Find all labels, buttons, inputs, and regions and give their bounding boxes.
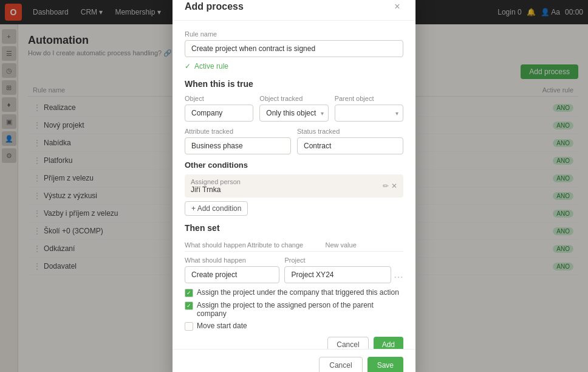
status-tracked-input[interactable]	[297, 137, 403, 154]
checkbox-row-1: ✓ Assign the project under the company t…	[185, 288, 403, 297]
what-field-label: What should happen	[185, 257, 279, 264]
object-row: Object Object tracked Only this object P…	[185, 95, 403, 122]
active-check-icon: ✓	[185, 62, 191, 71]
checkbox-label-1: Assign the project under the company tha…	[197, 288, 399, 297]
what-col: What should happen	[185, 257, 279, 283]
condition-label: Assigned person	[191, 178, 241, 185]
other-conditions-title: Other conditions	[185, 160, 403, 170]
edit-condition-icon[interactable]: ✏	[383, 182, 389, 190]
check-mark-2: ✓	[186, 303, 191, 309]
object-col: Object	[185, 95, 253, 122]
attribute-tracked-label: Attribute tracked	[185, 128, 291, 135]
object-label: Object	[185, 95, 253, 102]
when-section-title: When this is true	[185, 79, 403, 89]
checkbox-label-2: Assign the project to the assigned perso…	[197, 301, 403, 318]
col-val-label: New value	[325, 241, 403, 249]
active-rule-row: ✓ Active rule	[185, 62, 403, 71]
parent-object-wrapper	[335, 105, 403, 122]
cancel-footer-button[interactable]: Cancel	[319, 357, 362, 372]
active-rule-label: Active rule	[194, 62, 228, 71]
checkbox-3[interactable]	[185, 322, 193, 331]
add-condition-button[interactable]: + Add condition	[185, 201, 248, 216]
object-input[interactable]	[185, 105, 253, 122]
then-set-row: What should happen Project …	[185, 257, 403, 283]
checkbox-row-3: Move start date	[185, 322, 403, 331]
condition-actions: ✏ ✕	[383, 182, 397, 190]
then-set-header: What should happen Attribute to change N…	[185, 239, 403, 252]
modal-header: Add process ×	[173, 0, 415, 21]
then-set-title: Then set	[185, 223, 403, 233]
col-attr-label: Attribute to change	[247, 241, 326, 249]
object-tracked-label: Object tracked	[259, 95, 328, 102]
project-more-icon[interactable]: …	[394, 269, 403, 280]
object-tracked-select[interactable]: Only this object	[259, 105, 328, 122]
rule-name-input[interactable]	[185, 40, 403, 57]
delete-condition-icon[interactable]: ✕	[391, 182, 397, 190]
object-tracked-col: Object tracked Only this object	[259, 95, 328, 122]
checkbox-2[interactable]: ✓	[185, 301, 193, 310]
modal-body: Rule name ✓ Active rule When this is tru…	[173, 21, 415, 349]
parent-object-label: Parent object	[335, 95, 403, 102]
status-tracked-col: Status tracked	[297, 128, 403, 154]
checkbox-label-3: Move start date	[197, 322, 247, 330]
modal-title: Add process	[185, 1, 244, 12]
attribute-tracked-input[interactable]	[185, 137, 291, 154]
checkbox-row-2: ✓ Assign the project to the assigned per…	[185, 301, 403, 318]
cancel-inner-button[interactable]: Cancel	[327, 337, 368, 349]
inner-actions: Cancel Add	[185, 337, 403, 349]
condition-row: Assigned person Jiří Trnka ✏ ✕	[185, 174, 403, 198]
close-icon[interactable]: ×	[391, 1, 403, 13]
condition-info: Assigned person Jiří Trnka	[191, 178, 241, 194]
attribute-tracked-col: Attribute tracked	[185, 128, 291, 154]
rule-name-label: Rule name	[185, 30, 403, 38]
add-inner-button[interactable]: Add	[374, 337, 403, 349]
col-what-label: What should happen	[185, 241, 247, 249]
project-col: Project …	[284, 257, 403, 283]
condition-value: Jiří Trnka	[191, 185, 241, 194]
check-mark-1: ✓	[186, 290, 191, 296]
save-footer-button[interactable]: Save	[368, 357, 403, 372]
parent-object-select[interactable]	[335, 105, 403, 122]
object-tracked-wrapper: Only this object	[259, 105, 328, 122]
what-input[interactable]	[185, 266, 279, 283]
status-tracked-label: Status tracked	[297, 128, 403, 135]
add-process-modal: Add process × Rule name ✓ Active rule Wh…	[173, 0, 415, 372]
checkbox-1[interactable]: ✓	[185, 289, 193, 297]
project-field-label: Project	[284, 257, 391, 264]
attribute-row: Attribute tracked Status tracked	[185, 128, 403, 154]
parent-object-col: Parent object	[335, 95, 403, 122]
modal-footer: Cancel Save	[173, 349, 415, 372]
project-input[interactable]	[284, 266, 391, 283]
